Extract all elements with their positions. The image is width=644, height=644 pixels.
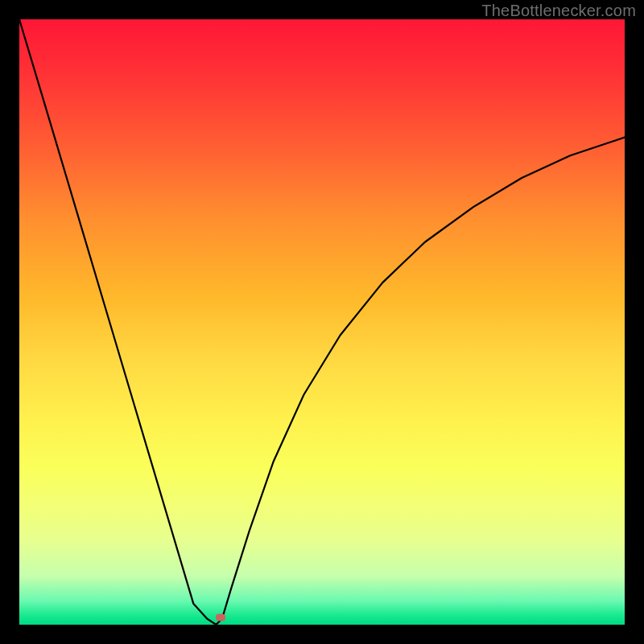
optimal-marker-icon <box>216 613 225 621</box>
bottleneck-curve <box>19 19 625 625</box>
watermark-label: TheBottlenecker.com <box>481 2 636 20</box>
chart-frame: TheBottlenecker.com <box>0 0 644 644</box>
plot-area <box>19 19 625 625</box>
